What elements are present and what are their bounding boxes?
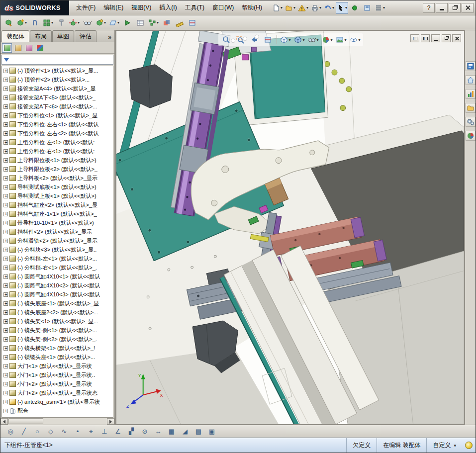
sketch-point-icon[interactable]: • xyxy=(72,426,84,437)
help-button[interactable]: ? xyxy=(423,3,435,13)
expand-plus-icon[interactable] xyxy=(3,221,8,225)
menu-item[interactable]: 文件(F) xyxy=(72,0,99,15)
expand-plus-icon[interactable] xyxy=(3,373,8,377)
scrollbar-thumb[interactable] xyxy=(8,418,43,424)
split-view-button-2[interactable] xyxy=(421,34,430,42)
tree-item[interactable]: 分料滑轨<2> (默认<<默认>_显示 xyxy=(2,236,113,245)
expand-plus-icon[interactable] xyxy=(3,212,8,216)
tree-item[interactable]: 接管支架A<4> (默认<<默认>_显 xyxy=(2,84,113,93)
assembly-features-icon[interactable] xyxy=(95,16,107,29)
sketch-circle-icon[interactable]: ○ xyxy=(31,426,43,437)
tree-item[interactable]: (-) 顶管件<1> (默认<<默认>_显... xyxy=(2,66,113,75)
tree-item[interactable]: 大门<2> (默认<<默认>_显示状态 xyxy=(2,388,113,397)
expand-plus-icon[interactable] xyxy=(3,104,8,109)
expand-plus-icon[interactable] xyxy=(3,283,8,288)
new-motion-study-icon[interactable] xyxy=(121,16,133,29)
tree-item[interactable]: (-) 顶管件<2> (默认<<默认>... xyxy=(2,75,113,84)
tree-item[interactable]: 下组分料位-左右<2> (默认<<默认 xyxy=(2,129,113,138)
tree-item[interactable]: (-) airtczkq_asm<1> (默认<显示状 xyxy=(2,397,113,406)
doc-minimize-button[interactable] xyxy=(431,34,440,42)
hide-show-items-icon[interactable] xyxy=(307,34,320,46)
propertymanager-tab-icon[interactable] xyxy=(13,43,23,53)
expand-plus-icon[interactable] xyxy=(3,382,8,386)
minimize-button[interactable] xyxy=(436,3,448,13)
menu-item[interactable]: 插入(I) xyxy=(155,0,181,15)
mirror-entities-icon[interactable]: ▞ xyxy=(125,426,137,437)
expand-plus-icon[interactable] xyxy=(3,185,8,189)
expand-plus-icon[interactable] xyxy=(3,328,8,333)
section-tool-icon[interactable] xyxy=(187,16,198,29)
shaded-sketch-contours-icon[interactable]: ▣ xyxy=(206,426,218,437)
bill-of-materials-icon[interactable] xyxy=(134,16,146,29)
tree-item[interactable]: 上组分料位-左<1> (默认<<默认: xyxy=(2,138,113,147)
tree-item[interactable]: (-) 分料块<3> (默认<<默认>_显.. xyxy=(2,245,113,254)
expand-plus-icon[interactable] xyxy=(3,95,8,100)
expand-plus-icon[interactable] xyxy=(3,337,8,342)
tree-item[interactable]: (-) 镜头底座<1> (默认<<默认>_显 xyxy=(2,299,113,308)
edit-component-icon[interactable] xyxy=(2,16,14,29)
toolbox-gears-icon[interactable] xyxy=(466,117,476,127)
displaymanager-tab-icon[interactable] xyxy=(35,43,45,53)
expand-plus-icon[interactable] xyxy=(3,203,8,207)
scroll-left-arrow[interactable] xyxy=(0,418,8,425)
expand-plus-icon[interactable] xyxy=(3,239,8,243)
expand-plus-icon[interactable] xyxy=(3,319,8,324)
zoom-fit-icon[interactable] xyxy=(220,34,233,46)
expand-plus-icon[interactable] xyxy=(3,346,8,351)
edit-appearance-icon[interactable] xyxy=(321,34,334,46)
tree-item[interactable]: 小门<2> (默认<<默认>_显示状 xyxy=(2,379,113,388)
scrollbar-track[interactable] xyxy=(8,418,107,425)
configurationmanager-tab-icon[interactable] xyxy=(24,43,34,53)
tree-item[interactable]: 带导杆10-10<1> (默认<<默认>) xyxy=(2,218,113,227)
section-view-icon[interactable] xyxy=(262,34,275,46)
linear-sketch-pattern-icon[interactable]: ▤ xyxy=(192,426,204,437)
tree-item[interactable]: (-) 镜头架-侧<1> (默认<<默认>... xyxy=(2,326,113,335)
tree-horizontal-scrollbar[interactable] xyxy=(0,418,114,425)
expand-plus-icon[interactable] xyxy=(3,230,8,234)
expand-plus-icon[interactable] xyxy=(3,400,8,404)
expand-plus-icon[interactable] xyxy=(3,87,8,91)
file-explorer-folder-icon[interactable] xyxy=(466,103,476,113)
graphics-area[interactable]: Y X Z xyxy=(116,30,465,425)
tree-item[interactable]: (-) 锁镜头座<1> (默认<<默认>... xyxy=(2,353,113,362)
interference-detection-icon[interactable] xyxy=(161,16,173,29)
move-component-icon[interactable] xyxy=(68,16,81,29)
featuremanager-tab-icon[interactable] xyxy=(2,43,12,53)
mate-icon[interactable] xyxy=(29,16,41,29)
view-settings-icon[interactable] xyxy=(349,34,362,46)
add-relation-icon[interactable]: ⊥ xyxy=(98,426,110,437)
tree-item[interactable]: 上导料限位板<2> (默认<<默认>_ xyxy=(2,165,113,174)
record-macro-icon[interactable] xyxy=(349,2,361,14)
tree-item[interactable]: 小门<1> (默认<<默认>_显示状.. xyxy=(2,370,113,379)
tree-item[interactable]: 挡料气缸座-1<1> (默认<<默认>_ xyxy=(2,209,113,218)
tree-item[interactable]: 导料测试底板<1> (默认<<默认>) xyxy=(2,182,113,191)
tree-item[interactable]: (-) 分料挡-右<1> (默认<<默认>_. xyxy=(2,263,113,272)
close-button[interactable] xyxy=(462,3,474,13)
sketch-spline-icon[interactable]: ∿ xyxy=(58,426,70,437)
tabs-overflow-chevron[interactable]: » xyxy=(105,34,114,42)
tree-item[interactable]: 上导料限位板<1> (默认<<默认>) xyxy=(2,156,113,165)
trim-entities-icon[interactable]: ⊘ xyxy=(139,426,151,437)
options-list-button[interactable] xyxy=(374,2,386,14)
expand-plus-icon[interactable] xyxy=(3,301,8,306)
tab-evaluate[interactable]: 评估 xyxy=(75,30,96,42)
doc-restore-button[interactable] xyxy=(442,34,451,42)
quick-tips-icon[interactable] xyxy=(465,442,473,449)
sketch-polygon-icon[interactable]: ◇ xyxy=(45,426,57,437)
tree-item[interactable]: (-) 镜头架<1> (默认<<默认>_显... xyxy=(2,317,113,326)
display-style-icon[interactable] xyxy=(293,34,306,46)
previous-view-icon[interactable] xyxy=(248,34,261,46)
expand-plus-icon[interactable] xyxy=(3,266,8,270)
tree-item[interactable]: (-) 圆筒气缸4X10<3> (默认<<默认 xyxy=(2,290,113,299)
expand-plus-icon[interactable] xyxy=(3,310,8,315)
expand-plus-icon[interactable] xyxy=(3,274,8,279)
expand-plus-icon[interactable] xyxy=(3,257,8,261)
expand-plus-icon[interactable] xyxy=(3,113,8,118)
sketch-origin-icon[interactable]: ⌖ xyxy=(85,426,97,437)
status-custom-toolbar[interactable]: 自定义 xyxy=(426,438,462,453)
home-icon[interactable] xyxy=(466,75,476,85)
solidworks-resources-icon[interactable] xyxy=(466,61,476,71)
tree-item[interactable]: 挡料件<2> (默认<<默认>_显示 xyxy=(2,227,113,236)
tree-item[interactable]: (-) 镜头底座2<2> (默认<<默认>... xyxy=(2,308,113,317)
expand-plus-icon[interactable] xyxy=(3,78,8,82)
